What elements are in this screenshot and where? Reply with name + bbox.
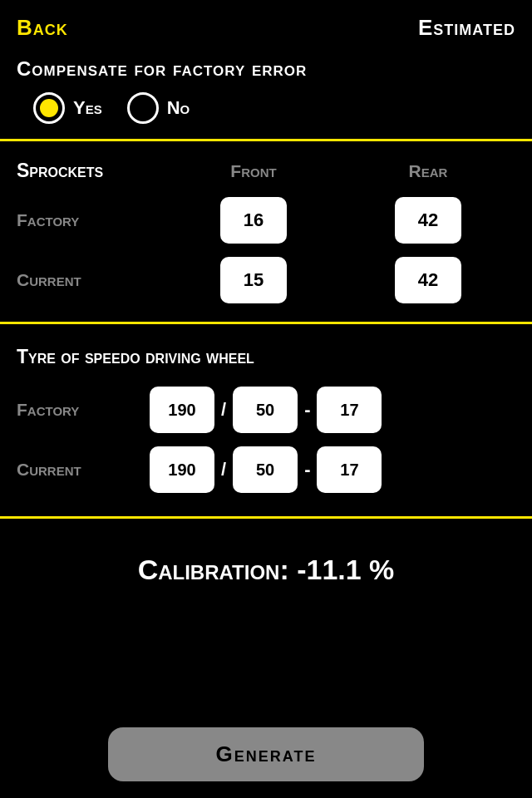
tyre-factory-aspect-input[interactable] [233, 387, 298, 433]
sprocket-current-row: Current [0, 250, 532, 310]
tyre-current-label: Current [17, 460, 150, 480]
tyre-current-rim-input[interactable] [317, 446, 382, 493]
radio-no-circle[interactable] [127, 92, 159, 124]
front-col-header: Front [166, 161, 341, 181]
rear-col-header: Rear [341, 161, 515, 181]
sprockets-header: Sprockets Front Rear [0, 151, 532, 190]
tyre-sep-3: / [219, 459, 228, 480]
tyre-section: Tyre of speedo driving wheel Factory / -… [0, 334, 532, 505]
generate-button[interactable]: Generate [108, 727, 424, 781]
tyre-sep-4: - [303, 459, 312, 480]
sprocket-factory-row: Factory [0, 190, 532, 250]
divider-3 [0, 516, 532, 519]
tyre-factory-inputs: / - [150, 387, 382, 433]
calibration-value: Calibration: -11.1 % [138, 554, 395, 585]
sprockets-title: Sprockets [17, 160, 166, 182]
tyre-factory-label: Factory [17, 400, 150, 420]
calibration-section: Calibration: -11.1 % [0, 529, 532, 603]
sprocket-current-front-col [166, 257, 341, 303]
radio-yes-circle[interactable] [33, 92, 65, 124]
sprocket-current-rear-input[interactable] [395, 257, 461, 303]
sprocket-current-front-input[interactable] [220, 257, 287, 303]
sprocket-factory-rear-col [341, 197, 515, 244]
tyre-factory-width-input[interactable] [150, 387, 214, 433]
radio-yes-option[interactable]: Yes [33, 92, 102, 124]
header-estimated-label: Estimated [418, 15, 515, 41]
compensate-title: Compensate for factory error [0, 51, 532, 92]
radio-yes-label: Yes [73, 97, 102, 119]
sprocket-current-label: Current [17, 270, 166, 290]
divider-2 [0, 322, 532, 324]
sprocket-factory-front-col [166, 197, 341, 244]
tyre-sep-1: / [219, 399, 228, 421]
tyre-factory-row: Factory / - [0, 380, 532, 440]
radio-no-option[interactable]: No [127, 92, 190, 124]
sprocket-factory-rear-input[interactable] [395, 197, 461, 244]
tyre-current-aspect-input[interactable] [233, 446, 298, 493]
tyre-sep-2: - [303, 399, 312, 421]
back-button[interactable]: Back [17, 15, 68, 41]
tyre-current-row: Current / - [0, 440, 532, 500]
divider-1 [0, 139, 532, 141]
tyre-current-inputs: / - [150, 446, 382, 493]
radio-group: Yes No [0, 92, 532, 139]
tyre-current-width-input[interactable] [150, 446, 214, 493]
sprocket-factory-front-input[interactable] [220, 197, 287, 244]
tyre-title: Tyre of speedo driving wheel [0, 339, 532, 380]
sprocket-current-rear-col [341, 257, 515, 303]
sprocket-factory-label: Factory [17, 210, 166, 230]
radio-no-label: No [167, 97, 190, 119]
tyre-factory-rim-input[interactable] [317, 387, 382, 433]
header: Back Estimated [0, 0, 532, 51]
